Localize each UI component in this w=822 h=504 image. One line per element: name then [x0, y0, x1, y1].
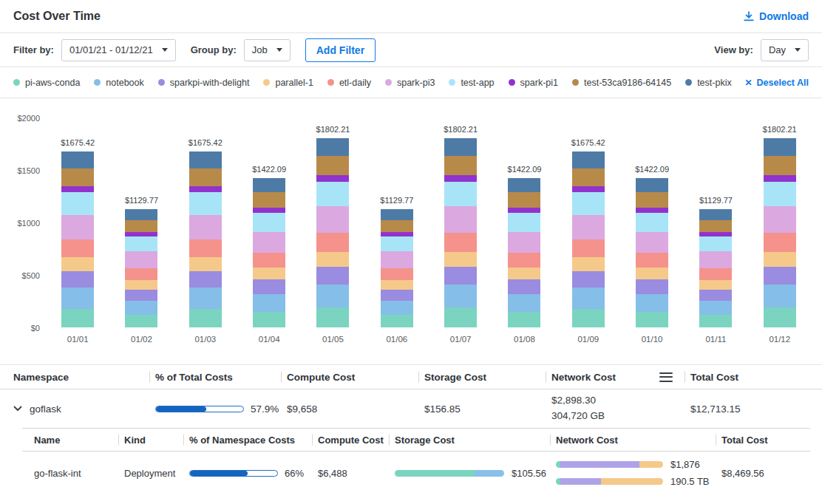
bar-segment-test-pkix[interactable]	[381, 209, 413, 220]
legend-item-notebook[interactable]: notebook	[94, 78, 143, 88]
column-settings-icon[interactable]	[659, 372, 673, 382]
bar-segment-test-pkix[interactable]	[699, 209, 732, 220]
bar-segment-test-app[interactable]	[189, 192, 222, 215]
bar-group-01/07[interactable]: $1802.21	[429, 118, 492, 327]
bar-segment-parallel-1[interactable]	[61, 257, 94, 271]
bar-group-01/12[interactable]: $1802.21	[748, 118, 812, 327]
bar-segment-etl-daily[interactable]	[699, 268, 732, 280]
download-button[interactable]: Download	[744, 10, 809, 22]
column-header-total[interactable]: Total Cost	[685, 372, 809, 383]
bar-segment-test-53ca9186-64145[interactable]	[316, 156, 349, 175]
bar-segment-notebook[interactable]	[125, 301, 157, 315]
bar-segment-spark-pi3[interactable]	[572, 215, 605, 239]
bar-group-01/09[interactable]: $1675.42	[557, 118, 620, 327]
bar-segment-spark-pi1[interactable]	[316, 175, 349, 182]
bar-segment-notebook[interactable]	[764, 285, 796, 307]
nested-table-row[interactable]: go-flask-int Deployment 66% $6,488 $105.…	[22, 452, 810, 494]
bar-segment-spark-pi3[interactable]	[189, 215, 222, 239]
bar-segment-pi-aws-conda[interactable]	[508, 312, 540, 327]
bar-segment-test-app[interactable]	[699, 236, 732, 252]
bar-segment-etl-daily[interactable]	[636, 253, 668, 268]
bar-segment-test-53ca9186-64145[interactable]	[125, 220, 157, 232]
bar-segment-sparkpi-with-delight[interactable]	[764, 267, 796, 285]
bar-segment-pi-aws-conda[interactable]	[699, 315, 732, 327]
bar-segment-spark-pi1[interactable]	[572, 186, 605, 192]
bar-segment-test-pkix[interactable]	[636, 178, 668, 192]
bar-segment-spark-pi1[interactable]	[508, 208, 540, 213]
bar-segment-test-app[interactable]	[381, 236, 413, 252]
bar-segment-parallel-1[interactable]	[189, 257, 222, 271]
group-by-dropdown[interactable]: Job	[244, 39, 291, 61]
bar-group-01/10[interactable]: $1422.09	[620, 118, 684, 327]
bar-segment-pi-aws-conda[interactable]	[125, 315, 157, 327]
bar-segment-etl-daily[interactable]	[253, 253, 285, 268]
bar-segment-test-53ca9186-64145[interactable]	[636, 192, 668, 207]
legend-item-test-pkix[interactable]: test-pkix	[685, 78, 732, 88]
bar-segment-spark-pi3[interactable]	[61, 215, 94, 239]
bar-group-01/11[interactable]: $1129.77	[684, 118, 747, 327]
bar-segment-spark-pi1[interactable]	[253, 208, 285, 213]
bar-segment-spark-pi1[interactable]	[61, 186, 94, 192]
bar-segment-etl-daily[interactable]	[189, 239, 222, 257]
bar-segment-spark-pi3[interactable]	[125, 251, 157, 268]
column-header-storage-nested[interactable]: Storage Cost	[389, 435, 550, 446]
bar-segment-notebook[interactable]	[189, 287, 222, 309]
bar-segment-test-pkix[interactable]	[572, 151, 605, 168]
bar-segment-etl-daily[interactable]	[381, 268, 413, 280]
namespace-cell[interactable]: goflask	[13, 403, 149, 415]
bar-segment-etl-daily[interactable]	[61, 239, 94, 257]
bar-segment-test-pkix[interactable]	[316, 138, 349, 156]
bar-segment-pi-aws-conda[interactable]	[381, 315, 413, 327]
bar-segment-etl-daily[interactable]	[444, 233, 477, 252]
bar-segment-test-app[interactable]	[444, 182, 477, 206]
bar-segment-test-53ca9186-64145[interactable]	[444, 156, 477, 175]
add-filter-button[interactable]: Add Filter	[305, 38, 376, 62]
bar-segment-test-53ca9186-64145[interactable]	[381, 220, 413, 232]
bar-segment-notebook[interactable]	[316, 285, 349, 307]
column-header-network-nested[interactable]: Network Cost	[550, 435, 716, 446]
bar-segment-parallel-1[interactable]	[125, 280, 157, 290]
bar-segment-parallel-1[interactable]	[444, 252, 477, 267]
bar-segment-parallel-1[interactable]	[508, 268, 540, 279]
deselect-all-button[interactable]: ✕ Deselect All	[745, 78, 809, 88]
bar-segment-test-pkix[interactable]	[61, 151, 94, 168]
bar-segment-test-app[interactable]	[636, 213, 668, 232]
bar-segment-sparkpi-with-delight[interactable]	[508, 279, 540, 293]
bar-segment-notebook[interactable]	[253, 294, 285, 312]
bar-segment-parallel-1[interactable]	[699, 280, 732, 290]
bar-segment-spark-pi3[interactable]	[764, 206, 796, 233]
bar-group-01/06[interactable]: $1129.77	[365, 118, 429, 327]
date-range-dropdown[interactable]: 01/01/21 - 01/12/21	[61, 39, 176, 61]
bar-segment-etl-daily[interactable]	[508, 253, 540, 268]
column-header-name[interactable]: Name	[34, 435, 118, 446]
legend-item-test-app[interactable]: test-app	[449, 78, 494, 88]
bar-segment-spark-pi3[interactable]	[699, 251, 732, 268]
bar-group-01/02[interactable]: $1129.77	[109, 118, 173, 327]
bar-segment-test-app[interactable]	[508, 213, 540, 232]
column-header-kind[interactable]: Kind	[118, 435, 183, 446]
bar-segment-spark-pi3[interactable]	[444, 206, 477, 233]
bar-segment-pi-aws-conda[interactable]	[572, 309, 605, 327]
bar-segment-test-53ca9186-64145[interactable]	[699, 220, 732, 232]
bar-segment-test-pkix[interactable]	[508, 178, 540, 192]
bar-segment-pi-aws-conda[interactable]	[253, 312, 285, 327]
bar-segment-parallel-1[interactable]	[253, 268, 285, 279]
bar-group-01/04[interactable]: $1422.09	[237, 118, 301, 327]
legend-item-parallel-1[interactable]: parallel-1	[263, 78, 313, 88]
bar-segment-test-app[interactable]	[764, 182, 796, 206]
bar-segment-test-pkix[interactable]	[444, 138, 477, 156]
legend-item-sparkpi-with-delight[interactable]: sparkpi-with-delight	[158, 78, 250, 88]
bar-segment-test-53ca9186-64145[interactable]	[189, 168, 222, 186]
legend-item-spark-pi1[interactable]: spark-pi1	[509, 78, 558, 88]
bar-segment-pi-aws-conda[interactable]	[636, 312, 668, 327]
legend-item-etl-daily[interactable]: etl-daily	[327, 78, 371, 88]
column-header-storage[interactable]: Storage Cost	[418, 372, 546, 383]
bar-segment-spark-pi3[interactable]	[508, 232, 540, 253]
bar-segment-notebook[interactable]	[699, 301, 732, 315]
bar-segment-spark-pi1[interactable]	[444, 175, 477, 182]
bar-segment-parallel-1[interactable]	[572, 257, 605, 271]
bar-segment-notebook[interactable]	[508, 294, 540, 312]
bar-segment-sparkpi-with-delight[interactable]	[444, 267, 477, 285]
bar-segment-sparkpi-with-delight[interactable]	[61, 271, 94, 288]
bar-segment-test-53ca9186-64145[interactable]	[764, 156, 796, 175]
